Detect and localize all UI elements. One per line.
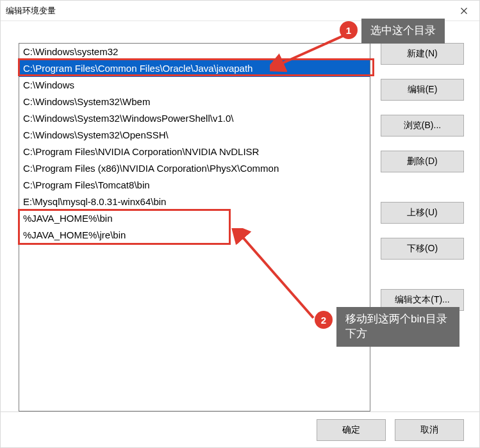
edit-text-button[interactable]: 编辑文本(T)... bbox=[381, 289, 464, 311]
delete-button[interactable]: 删除(D) bbox=[381, 151, 464, 172]
new-button[interactable]: 新建(N) bbox=[381, 43, 464, 65]
path-row[interactable]: E:\Mysql\mysql-8.0.31-winx64\bin bbox=[19, 194, 370, 210]
dialog-footer: 确定 取消 bbox=[1, 411, 479, 447]
path-row[interactable]: C:\Windows\System32\Wbem bbox=[19, 94, 370, 110]
path-row[interactable]: C:\Windows bbox=[19, 77, 370, 94]
titlebar: 编辑环境变量 bbox=[1, 1, 479, 21]
move-down-button[interactable]: 下移(O) bbox=[381, 238, 464, 260]
path-row[interactable]: C:\Program Files\Tomcat8\bin bbox=[19, 177, 370, 194]
path-row[interactable]: C:\Windows\System32\OpenSSH\ bbox=[19, 127, 370, 144]
path-row[interactable]: C:\Windows\System32\WindowsPowerShell\v1… bbox=[19, 110, 370, 127]
move-up-button[interactable]: 上移(U) bbox=[381, 202, 464, 224]
cancel-button[interactable]: 取消 bbox=[395, 419, 464, 441]
edit-button[interactable]: 编辑(E) bbox=[381, 79, 464, 101]
window-title: 编辑环境变量 bbox=[6, 5, 452, 17]
browse-button[interactable]: 浏览(B)... bbox=[381, 115, 464, 137]
close-icon bbox=[461, 8, 467, 14]
path-row[interactable]: %JAVA_HOME%\bin bbox=[19, 210, 370, 227]
path-row[interactable]: C:\Windows\system32 bbox=[19, 44, 370, 60]
side-buttons: 新建(N) 编辑(E) 浏览(B)... 删除(D) 上移(U) 下移(O) 编… bbox=[381, 43, 464, 411]
path-row[interactable]: C:\Program Files\NVIDIA Corporation\NVID… bbox=[19, 144, 370, 160]
path-row[interactable]: %JAVA_HOME%\jre\bin bbox=[19, 227, 370, 244]
content-area: C:\Windows\system32C:\Program Files\Comm… bbox=[1, 21, 479, 411]
ok-button[interactable]: 确定 bbox=[317, 419, 386, 441]
path-row[interactable]: C:\Program Files\Common Files\Oracle\Jav… bbox=[19, 60, 370, 77]
close-button[interactable] bbox=[452, 2, 476, 20]
path-listbox[interactable]: C:\Windows\system32C:\Program Files\Comm… bbox=[19, 43, 370, 411]
path-row[interactable]: C:\Program Files (x86)\NVIDIA Corporatio… bbox=[19, 160, 370, 177]
